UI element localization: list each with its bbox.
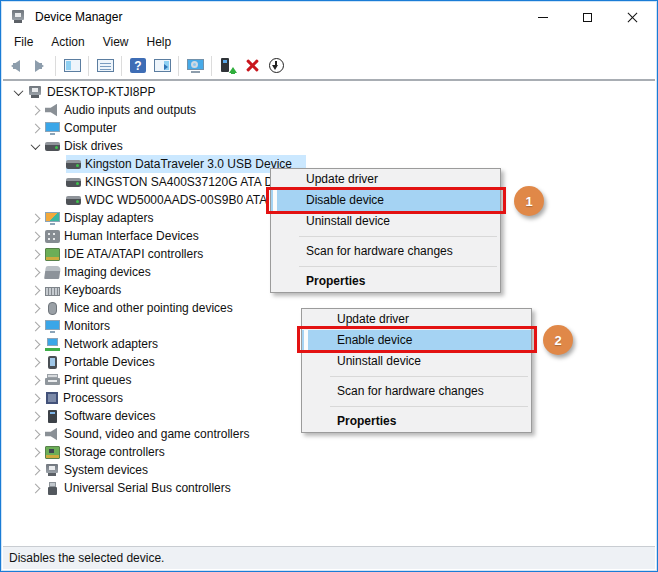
- monitor-icon: [45, 320, 60, 333]
- menu-item-uninstall-device[interactable]: Uninstall device: [271, 211, 500, 232]
- forward-icon: [35, 60, 44, 72]
- computer-icon: [28, 86, 43, 99]
- menu-item-scan-hardware[interactable]: Scan for hardware changes: [271, 241, 500, 262]
- tree-item-label: Network adapters: [64, 337, 158, 351]
- toolbar-separator: [178, 56, 179, 76]
- controller-card-icon: [45, 248, 60, 261]
- tree-item-label: Imaging devices: [64, 265, 151, 279]
- tree-item-label: Software devices: [64, 409, 155, 423]
- show-action-pane-button[interactable]: [150, 54, 174, 78]
- tree-item-usb-controllers[interactable]: Universal Serial Bus controllers: [3, 479, 653, 497]
- update-driver-button[interactable]: [216, 54, 240, 78]
- chevron-right-icon[interactable]: [31, 339, 41, 349]
- menu-separator: [302, 372, 531, 381]
- back-button[interactable]: [3, 54, 27, 78]
- chevron-right-icon[interactable]: [31, 393, 41, 403]
- chevron-right-icon[interactable]: [31, 213, 41, 223]
- device-manager-icon: [11, 10, 26, 24]
- menu-action[interactable]: Action: [42, 33, 93, 51]
- help-icon: ?: [130, 58, 146, 73]
- menu-help[interactable]: Help: [138, 33, 181, 51]
- menu-item-properties[interactable]: Properties: [271, 271, 500, 292]
- menu-item-scan-hardware[interactable]: Scan for hardware changes: [302, 381, 531, 402]
- toolbar-separator: [121, 56, 122, 76]
- chevron-right-icon[interactable]: [31, 483, 41, 493]
- chevron-right-icon[interactable]: [31, 249, 41, 259]
- chevron-right-icon[interactable]: [31, 321, 41, 331]
- title-bar: Device Manager: [3, 3, 655, 31]
- close-icon: [627, 12, 638, 23]
- callout-1-badge: 1: [514, 186, 544, 216]
- toolbar-separator: [88, 56, 89, 76]
- tree-item-computer[interactable]: Computer: [3, 119, 653, 137]
- close-button[interactable]: [610, 3, 655, 31]
- tree-item-desktop[interactable]: DESKTOP-KTJI8PP: [3, 83, 653, 101]
- tree-item-disk-drives[interactable]: Disk drives: [3, 137, 653, 155]
- portable-device-icon: [48, 356, 57, 369]
- chevron-right-icon[interactable]: [31, 105, 41, 115]
- status-bar: Disables the selected device.: [3, 546, 655, 569]
- tree-item-label: Storage controllers: [64, 445, 165, 459]
- tree-item-storage-controllers[interactable]: Storage controllers: [3, 443, 653, 461]
- tree-item-label: Sound, video and game controllers: [64, 427, 249, 441]
- computer-icon: [45, 464, 60, 477]
- maximize-button[interactable]: [565, 3, 610, 31]
- menu-item-properties[interactable]: Properties: [302, 411, 531, 432]
- chevron-right-icon[interactable]: [31, 123, 41, 133]
- menu-separator: [302, 402, 531, 411]
- chevron-right-icon[interactable]: [31, 285, 41, 295]
- tree-item-label: Print queues: [64, 373, 131, 387]
- minimize-button[interactable]: [520, 3, 565, 31]
- help-button[interactable]: ?: [126, 54, 150, 78]
- show-action-pane-icon: [154, 59, 171, 72]
- tree-item-label: Display adapters: [64, 211, 153, 225]
- disable-device-button[interactable]: [264, 54, 288, 78]
- properties-icon: [97, 59, 114, 72]
- uninstall-device-button[interactable]: [240, 54, 264, 78]
- chevron-right-icon[interactable]: [31, 231, 41, 241]
- tree-item-label: DESKTOP-KTJI8PP: [47, 85, 155, 99]
- menu-file[interactable]: File: [5, 33, 42, 51]
- minimize-icon: [538, 17, 548, 18]
- storage-controller-icon: [45, 446, 60, 459]
- chevron-right-icon[interactable]: [31, 465, 41, 475]
- chevron-down-icon[interactable]: [31, 140, 41, 150]
- tree-item-audio[interactable]: Audio inputs and outputs: [3, 101, 653, 119]
- chevron-right-icon[interactable]: [31, 375, 41, 385]
- callout-2-badge: 2: [543, 325, 573, 355]
- chevron-right-icon[interactable]: [31, 429, 41, 439]
- disk-drive-icon: [66, 195, 81, 206]
- scan-for-hardware-changes-button[interactable]: [183, 54, 207, 78]
- chevron-right-icon[interactable]: [31, 303, 41, 313]
- chevron-right-icon[interactable]: [31, 411, 41, 421]
- display-adapter-icon: [45, 212, 60, 225]
- chevron-right-icon[interactable]: [31, 357, 41, 367]
- tree-item-label: Human Interface Devices: [64, 229, 199, 243]
- chevron-right-icon[interactable]: [31, 267, 41, 277]
- uninstall-device-icon: [246, 59, 259, 72]
- menu-item-uninstall-device[interactable]: Uninstall device: [302, 351, 531, 372]
- forward-button[interactable]: [27, 54, 51, 78]
- chevron-right-icon[interactable]: [31, 447, 41, 457]
- tree-item-label: System devices: [64, 463, 148, 477]
- cpu-icon: [46, 392, 58, 404]
- disable-device-icon: [269, 58, 284, 73]
- monitor-icon: [45, 122, 60, 135]
- toolbar: ?: [3, 52, 655, 79]
- tree-item-label: Computer: [64, 121, 117, 135]
- toolbar-separator: [211, 56, 212, 76]
- chevron-down-icon[interactable]: [14, 86, 24, 96]
- software-device-icon: [48, 410, 57, 423]
- back-icon: [11, 60, 20, 72]
- menu-separator: [271, 262, 500, 271]
- tree-item-label: Keyboards: [64, 283, 121, 297]
- device-manager-window: Device Manager File Action View Help ?: [0, 0, 658, 572]
- tree-item-system-devices[interactable]: System devices: [3, 461, 653, 479]
- properties-button[interactable]: [93, 54, 117, 78]
- tree-item-label: Processors: [63, 391, 123, 405]
- printer-icon: [45, 374, 60, 387]
- show-console-tree-button[interactable]: [60, 54, 84, 78]
- menu-view[interactable]: View: [94, 33, 138, 51]
- annotation-box-enable-device: [297, 326, 537, 353]
- hid-icon: [45, 230, 60, 243]
